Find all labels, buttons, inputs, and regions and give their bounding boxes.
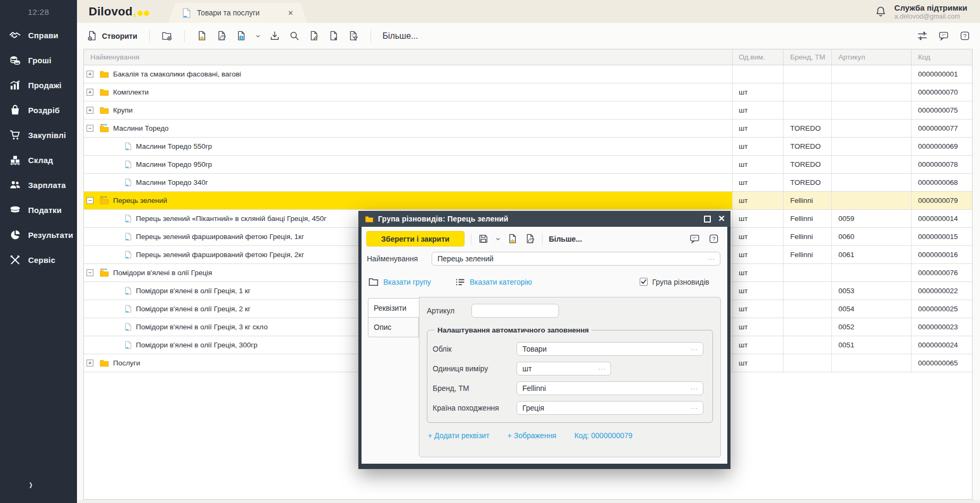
modal-tab-1[interactable]: Реквізити [368, 298, 419, 318]
table-row[interactable]: −Перець зеленийштFellinni0000000079 [84, 192, 972, 210]
cell-sku [832, 156, 912, 173]
field-ellipsis[interactable]: ... [691, 344, 698, 352]
help-icon[interactable]: ? [959, 30, 970, 41]
cell-brand: Fellinni [784, 210, 832, 227]
sidebar-item-cap[interactable]: Податки [0, 198, 77, 223]
column-header-5[interactable]: Код [912, 49, 972, 65]
field-input-2[interactable]: шт... [517, 362, 611, 376]
table-row[interactable]: Маслини Торедо 340гштTOREDO0000000068 [84, 174, 972, 192]
field-input-4[interactable]: Греція... [517, 401, 703, 415]
column-header-4[interactable]: Артикул [832, 49, 912, 65]
tab-products-services[interactable]: Товари та послуги ✕ [168, 3, 307, 23]
variants-checkbox[interactable] [640, 278, 648, 286]
more-button[interactable]: Більше... [383, 31, 418, 41]
doc-star-icon[interactable] [196, 30, 208, 41]
chevron-down-icon[interactable] [495, 236, 501, 242]
tree-expander-plus-icon[interactable]: + [87, 107, 93, 114]
field-ellipsis[interactable]: ... [598, 363, 606, 371]
tree-expander-minus-icon[interactable]: − [87, 269, 93, 276]
cell-unit: шт [733, 210, 784, 227]
doc-edit-icon[interactable] [308, 30, 320, 41]
sidebar-item-bag[interactable]: Роздріб [0, 98, 77, 123]
chevron-down-icon[interactable] [255, 33, 261, 39]
sidebar-item-pie[interactable]: Результати [0, 223, 77, 248]
close-icon[interactable]: ✕ [718, 215, 725, 223]
add-requisite-link[interactable]: + Додати реквізит [428, 431, 489, 440]
doc-star-icon[interactable] [507, 233, 518, 244]
cell-brand: TOREDO [784, 138, 832, 155]
tree-expander-minus-icon[interactable]: − [87, 125, 93, 132]
save-and-close-button[interactable]: Зберегти і закрити [366, 231, 465, 246]
doc-remove-icon[interactable] [328, 30, 339, 41]
search-icon[interactable] [289, 30, 300, 41]
category-icon [454, 276, 466, 287]
set-category-link[interactable]: Вказати категорію [470, 278, 532, 286]
field-input-3[interactable]: Fellinni... [517, 381, 703, 395]
cell-unit: шт [733, 282, 784, 300]
tree-expander-plus-icon[interactable]: + [87, 89, 93, 96]
sidebar-item-people[interactable]: Зарплата [0, 173, 77, 198]
view-settings-icon[interactable] [917, 30, 928, 41]
folder-plus-icon[interactable] [161, 30, 173, 41]
field-value: Fellinni [522, 384, 546, 393]
cell-name: −Перець зелений [84, 192, 733, 209]
row-name-label: Маслини Торедо 550гр [136, 142, 212, 150]
sku-input[interactable] [471, 304, 559, 318]
field-input-1[interactable]: Товари... [517, 342, 703, 356]
doc-attach-icon[interactable] [216, 30, 227, 41]
set-group-link[interactable]: Вказати групу [383, 278, 431, 286]
tab-close-icon[interactable]: ✕ [288, 9, 294, 17]
code-link[interactable]: Код: 0000000079 [574, 431, 632, 440]
row-name-label: Перець зелений «Пікантний» в скляній бан… [136, 215, 326, 223]
warehouse-icon [9, 154, 21, 166]
name-input-ellipsis[interactable]: ... [708, 253, 715, 261]
modal-footer-links: + Додати реквізит+ ЗображенняКод: 000000… [427, 431, 713, 440]
table-row[interactable]: Маслини Торедо 950грштTOREDO0000000078 [84, 156, 972, 174]
cell-brand: Fellinni [784, 246, 832, 263]
help-icon[interactable]: ? [708, 233, 719, 244]
comments-icon[interactable] [689, 233, 700, 244]
cell-sku [832, 192, 912, 209]
field-ellipsis[interactable]: ... [691, 383, 698, 391]
table-row[interactable]: +Бакалія та смаколики фасовані, вагові00… [84, 65, 972, 83]
logo-dot-icon [144, 11, 149, 16]
tree-expander-plus-icon[interactable]: + [87, 360, 93, 366]
cell-sku [832, 65, 912, 83]
doc-filter-icon[interactable] [348, 30, 359, 41]
sidebar-item-handshake[interactable]: Справи [0, 23, 77, 48]
cell-name: +Бакалія та смаколики фасовані, вагові [84, 65, 733, 83]
table-row[interactable]: +Крупишт0000000075 [84, 101, 972, 120]
save-icon[interactable] [478, 233, 489, 244]
comments-icon[interactable] [938, 30, 949, 41]
sidebar-item-warehouse[interactable]: Склад [0, 148, 77, 173]
download-icon[interactable] [269, 30, 280, 41]
modal-more-button[interactable]: Більше... [549, 235, 582, 243]
field-ellipsis[interactable]: ... [691, 403, 698, 411]
row-name-label: Помідори в'ялені в олії Греція, 2 кг [136, 305, 251, 313]
create-button[interactable]: Створити [87, 30, 137, 41]
row-name-label: Помідори в'ялені в олії Греція, 300гр [136, 341, 257, 349]
folder-plain-icon [99, 358, 109, 368]
field-value: шт [522, 364, 532, 373]
sidebar-collapse-button[interactable]: › [29, 476, 32, 493]
sidebar-item-tools[interactable]: Сервіс [0, 248, 77, 272]
table-row[interactable]: −Маслини ТоредоштTOREDO0000000077 [84, 120, 972, 138]
notifications-bell-icon[interactable] [874, 5, 887, 18]
table-row[interactable]: +Комплектишт0000000070 [84, 83, 972, 101]
name-input[interactable]: Перець зелений ... [432, 252, 720, 266]
modal-tab-2[interactable]: Опис [368, 318, 419, 337]
doc-attach-icon[interactable] [525, 233, 536, 244]
column-header-2[interactable]: Од.вим. [733, 49, 784, 65]
add-image-link[interactable]: + Зображення [508, 431, 556, 440]
support-block[interactable]: Служба підтримки a.delovod@gmail.com [895, 3, 980, 20]
tree-expander-minus-icon[interactable]: − [87, 197, 93, 204]
tree-expander-plus-icon[interactable]: + [87, 71, 93, 78]
table-row[interactable]: Маслини Торедо 550грштTOREDO0000000069 [84, 138, 972, 156]
column-header-3[interactable]: Бренд, ТМ [784, 49, 832, 65]
sidebar-item-coins[interactable]: Гроші [0, 48, 77, 73]
doc-info-icon[interactable] [236, 30, 247, 41]
sidebar-item-cart[interactable]: Закупівлі [0, 123, 77, 148]
sidebar-item-chart[interactable]: Продажі [0, 73, 77, 98]
maximize-icon[interactable] [704, 216, 711, 223]
column-header-1[interactable]: Найменування [84, 49, 733, 65]
